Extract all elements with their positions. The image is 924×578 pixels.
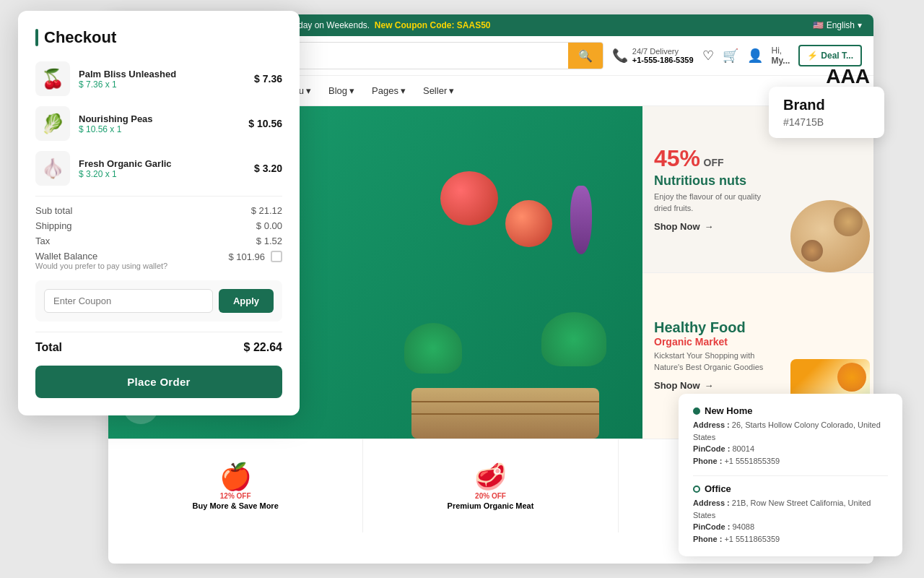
brand-color-value: #14715B — [783, 116, 870, 128]
nav-item-pages[interactable]: Pages ▾ — [365, 76, 413, 106]
summary-divider — [35, 196, 282, 197]
item-image-2: 🧄 — [35, 151, 70, 186]
product-name-1: Premium Organic Meat — [448, 501, 534, 510]
address-name-1: Office — [693, 483, 888, 494]
flag-icon: 🇺🇸 — [813, 20, 824, 30]
promo-content-nuts: 45% OFF Nutritious nuts Enjoy the flavou… — [654, 145, 862, 233]
nav-item-seller[interactable]: Seller ▾ — [416, 76, 461, 106]
address-pincode-0: PinCode : 80014 — [693, 443, 888, 455]
brand-icon-text: AAA — [826, 65, 870, 88]
item-name-0: Palm Bliss Unleashed — [79, 69, 245, 79]
search-icon: 🔍 — [578, 49, 593, 63]
product-card-0[interactable]: 🍎 12% OFF Buy More & Save More — [108, 439, 363, 532]
chevron-down-icon: ▾ — [349, 85, 354, 96]
total-row: Total $ 22.64 — [35, 341, 282, 354]
coupon-input[interactable] — [44, 289, 213, 313]
account-button[interactable]: 👤 — [747, 48, 763, 64]
total-divider — [35, 332, 282, 332]
address-divider — [693, 475, 888, 476]
delivery-phone: +1-555-186-5359 — [632, 56, 694, 64]
nav-item-blog[interactable]: Blog ▾ — [321, 76, 362, 106]
deal-label: Deal T... — [821, 51, 853, 61]
product-thumb-1: 🥩 — [474, 462, 507, 492]
place-order-button[interactable]: Place Order — [35, 366, 282, 398]
wallet-right: $ 101.96 — [228, 251, 282, 262]
item-price-2: $ 3.20 — [254, 163, 282, 174]
shipping-label: Shipping — [35, 220, 72, 231]
wallet-label-text: Wallet Balance — [35, 251, 167, 262]
lang-label: English — [827, 20, 855, 30]
order-item-2: 🧄 Fresh Organic Garlic $ 3.20 x 1 $ 3.20 — [35, 151, 282, 186]
tax-value: $ 1.52 — [256, 236, 282, 246]
wallet-value: $ 101.96 — [228, 251, 265, 262]
address-line-1: Address : 21B, Row New Street California… — [693, 497, 888, 521]
chevron-down-icon: ▾ — [858, 20, 862, 30]
shop-now-healthy-button[interactable]: Shop Now — [654, 380, 714, 391]
item-name-1: Nourishing Peas — [79, 113, 240, 124]
cart-button[interactable]: 🛒 — [723, 48, 738, 64]
search-button[interactable]: 🔍 — [568, 42, 603, 69]
brand-label: Brand — [783, 97, 870, 113]
product-card-1[interactable]: 🥩 20% OFF Premium Organic Meat — [363, 439, 618, 532]
wallet-checkbox[interactable] — [271, 251, 282, 262]
item-image-0: 🍒 — [35, 61, 70, 96]
address-dot-1 — [693, 486, 700, 493]
delivery-info: 📞 24/7 Delivery +1-555-186-5359 — [612, 47, 694, 64]
apply-button[interactable]: Apply — [219, 289, 274, 313]
product-badge-1: 20% OFF — [475, 492, 506, 500]
promo-panels: 45% OFF Nutritious nuts Enjoy the flavou… — [642, 106, 873, 439]
brand-tooltip: AAA Brand #14715B — [769, 87, 884, 138]
wallet-row: Wallet Balance Would you prefer to pay u… — [35, 251, 282, 270]
item-qty-2: $ 3.20 x 1 — [79, 169, 245, 179]
item-price-0: $ 7.36 — [254, 73, 282, 85]
tax-row: Tax $ 1.52 — [35, 236, 282, 246]
wishlist-button[interactable]: ♡ — [702, 48, 714, 64]
address-panel: New Home Address : 26, Starts Hollow Col… — [679, 394, 902, 556]
hero-veggie-illustration — [368, 135, 642, 439]
product-thumb-0: 🍎 — [219, 462, 252, 492]
promo-title-healthy: Healthy Food — [654, 319, 862, 336]
chevron-down-icon: ▾ — [401, 85, 406, 96]
lang-selector[interactable]: 🇺🇸 English ▾ — [813, 20, 862, 30]
shipping-row: Shipping $ 0.00 — [35, 220, 282, 231]
chevron-down-icon: ▾ — [306, 85, 311, 96]
item-qty-0: $ 7.36 x 1 — [79, 79, 245, 90]
coupon-row: Apply — [35, 280, 282, 322]
wallet-sublabel: Would you prefer to pay using wallet? — [35, 262, 167, 270]
subtotal-value: $ 21.12 — [251, 205, 282, 216]
phone-icon: 📞 — [612, 48, 628, 64]
item-details-2: Fresh Organic Garlic $ 3.20 x 1 — [79, 158, 245, 179]
lightning-icon: ⚡ — [807, 51, 818, 61]
promo-desc-nuts: Enjoy the flavour of our qualitydried fr… — [654, 191, 862, 214]
chevron-down-icon: ▾ — [449, 85, 454, 96]
address-entry-1[interactable]: Office Address : 21B, Row New Street Cal… — [693, 483, 888, 545]
shipping-value: $ 0.00 — [256, 220, 282, 231]
total-label: Total — [35, 341, 62, 354]
greeting-text: Hi,My... — [772, 46, 790, 66]
shop-now-nuts-button[interactable]: Shop Now — [654, 221, 714, 232]
total-value: $ 22.64 — [244, 341, 282, 354]
address-pincode-1: PinCode : 94088 — [693, 521, 888, 533]
item-price-1: $ 10.56 — [248, 118, 282, 129]
promo-title-nuts: Nutritious nuts — [654, 173, 862, 189]
deal-button[interactable]: ⚡ Deal T... — [798, 45, 862, 66]
checkout-panel: Checkout 🍒 Palm Bliss Unleashed $ 7.36 x… — [18, 11, 300, 415]
order-item-0: 🍒 Palm Bliss Unleashed $ 7.36 x 1 $ 7.36 — [35, 61, 282, 96]
subtotal-label: Sub total — [35, 205, 72, 216]
checkout-title: Checkout — [35, 28, 282, 47]
item-name-2: Fresh Organic Garlic — [79, 158, 245, 169]
address-entry-0[interactable]: New Home Address : 26, Starts Hollow Col… — [693, 405, 888, 467]
product-name-0: Buy More & Save More — [193, 501, 279, 510]
promo-subtitle-healthy: Organic Market — [654, 336, 862, 348]
delivery-label: 24/7 Delivery — [632, 47, 694, 56]
address-phone-0: Phone : +1 5551855359 — [693, 455, 888, 467]
coupon-code: New Coupon Code: SAAS50 — [375, 20, 491, 30]
product-badge-0: 12% OFF — [220, 492, 251, 500]
subtotal-row: Sub total $ 21.12 — [35, 205, 282, 216]
address-name-0: New Home — [693, 405, 888, 416]
item-details-1: Nourishing Peas $ 10.56 x 1 — [79, 113, 240, 134]
order-item-1: 🥬 Nourishing Peas $ 10.56 x 1 $ 10.56 — [35, 106, 282, 141]
promo-percent: 45% OFF — [654, 145, 862, 172]
tax-label: Tax — [35, 236, 50, 246]
promo-desc-healthy: Kickstart Your Shopping withNature's Bes… — [654, 350, 862, 373]
